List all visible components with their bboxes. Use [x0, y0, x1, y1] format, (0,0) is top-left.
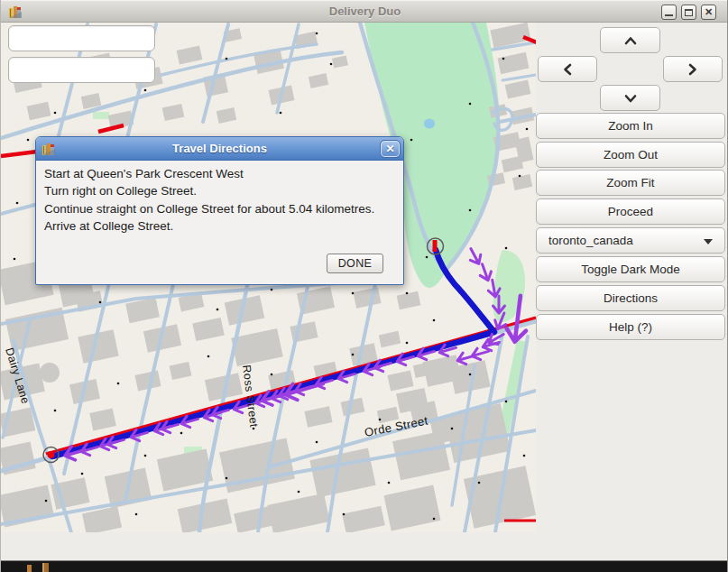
direction-line: Start at Queen's Park Crescent West: [44, 165, 395, 182]
caret-down-icon: [704, 239, 713, 244]
pan-up-button[interactable]: [600, 27, 660, 53]
pan-left-button[interactable]: [538, 56, 597, 82]
app-window: Delivery Duo ✕: [0, 0, 728, 572]
chevron-left-icon: [561, 61, 574, 78]
pan-down-button[interactable]: [600, 85, 660, 111]
chevron-down-icon: [622, 92, 639, 105]
done-button[interactable]: DONE: [327, 254, 383, 273]
zoom-in-button[interactable]: Zoom In: [536, 113, 725, 139]
map-canvas[interactable]: Ross Street Orde Street Dairy Lane: [1, 23, 536, 532]
maximize-button[interactable]: [681, 5, 696, 20]
close-button[interactable]: ✕: [701, 5, 716, 20]
search-box-1: [8, 25, 155, 51]
search-box-2: [8, 57, 155, 83]
pond: [424, 119, 435, 129]
chevron-right-icon: [687, 61, 699, 78]
maximize-icon: [685, 9, 693, 16]
taskbar-icon: [27, 565, 32, 572]
dialog-title: Travel Directions: [36, 142, 403, 155]
minimize-icon: [665, 14, 673, 16]
pan-right-button[interactable]: [663, 56, 723, 82]
search-input-1[interactable]: [15, 26, 178, 51]
window-title: Delivery Duo: [1, 5, 728, 18]
direction-line: Continue straight on College Street for …: [44, 200, 395, 217]
zoom-out-button[interactable]: Zoom Out: [536, 142, 725, 168]
chevron-up-icon: [622, 34, 639, 47]
map-select-value: toronto_canada: [548, 234, 633, 247]
close-icon: ✕: [705, 6, 713, 18]
minimize-button[interactable]: [661, 5, 677, 20]
zoom-fit-button[interactable]: Zoom Fit: [536, 170, 725, 196]
direction-line: Arrive at College Street.: [44, 217, 395, 235]
directions-button[interactable]: Directions: [536, 285, 725, 311]
side-panel: Zoom In Zoom Out Zoom Fit Proceed toront…: [536, 23, 728, 561]
taskbar-icon: [42, 563, 49, 572]
close-icon: ✕: [385, 143, 394, 155]
dialog-close-button[interactable]: ✕: [381, 141, 400, 157]
window-titlebar[interactable]: Delivery Duo ✕: [1, 0, 728, 23]
help-button[interactable]: Help (?): [536, 314, 725, 340]
search-input-2[interactable]: [15, 58, 178, 82]
dialog-titlebar[interactable]: Travel Directions ✕: [36, 137, 403, 161]
taskbar: [1, 560, 728, 572]
map-select-dropdown[interactable]: toronto_canada: [536, 227, 725, 254]
travel-directions-dialog: Travel Directions ✕ Start at Queen's Par…: [35, 136, 404, 285]
toggle-dark-mode-button[interactable]: Toggle Dark Mode: [536, 256, 725, 282]
direction-line: Turn right on College Street.: [44, 182, 395, 199]
dialog-body: Start at Queen's Park Crescent West Turn…: [44, 165, 395, 235]
proceed-button[interactable]: Proceed: [536, 198, 725, 225]
